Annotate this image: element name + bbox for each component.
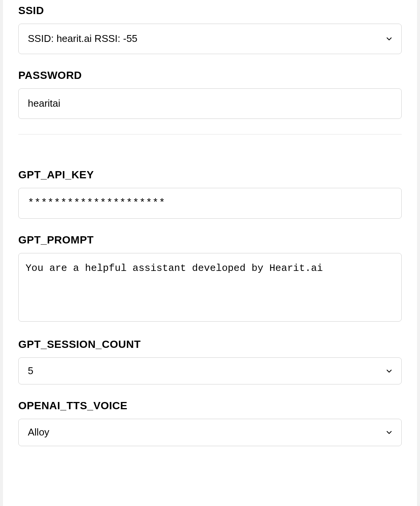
- openai-tts-voice-select[interactable]: Alloy: [18, 419, 402, 446]
- ssid-selected-value: SSID: hearit.ai RSSI: -55: [18, 24, 402, 54]
- gpt-session-count-group: GPT_SESSION_COUNT 5: [18, 338, 402, 385]
- gpt-prompt-label: GPT_PROMPT: [18, 234, 402, 246]
- password-label: PASSWORD: [18, 69, 402, 82]
- gpt-api-key-label: GPT_API_KEY: [18, 169, 402, 181]
- password-input[interactable]: [18, 88, 402, 119]
- gpt-api-key-input[interactable]: [18, 188, 402, 219]
- openai-tts-voice-value: Alloy: [18, 419, 402, 446]
- ssid-label: SSID: [18, 5, 402, 17]
- gpt-session-count-value: 5: [18, 357, 402, 385]
- ssid-group: SSID SSID: hearit.ai RSSI: -55: [18, 5, 402, 54]
- password-group: PASSWORD: [18, 69, 402, 119]
- gpt-session-count-select[interactable]: 5: [18, 357, 402, 385]
- gpt-api-key-group: GPT_API_KEY: [18, 169, 402, 219]
- gpt-prompt-textarea[interactable]: [18, 253, 402, 322]
- openai-tts-voice-group: OPENAI_TTS_VOICE Alloy: [18, 400, 402, 446]
- settings-form: SSID SSID: hearit.ai RSSI: -55 PASSWORD …: [3, 0, 417, 506]
- gpt-session-count-label: GPT_SESSION_COUNT: [18, 338, 402, 351]
- openai-tts-voice-label: OPENAI_TTS_VOICE: [18, 400, 402, 412]
- section-divider: [18, 134, 402, 135]
- ssid-select[interactable]: SSID: hearit.ai RSSI: -55: [18, 24, 402, 54]
- gpt-prompt-group: GPT_PROMPT: [18, 234, 402, 323]
